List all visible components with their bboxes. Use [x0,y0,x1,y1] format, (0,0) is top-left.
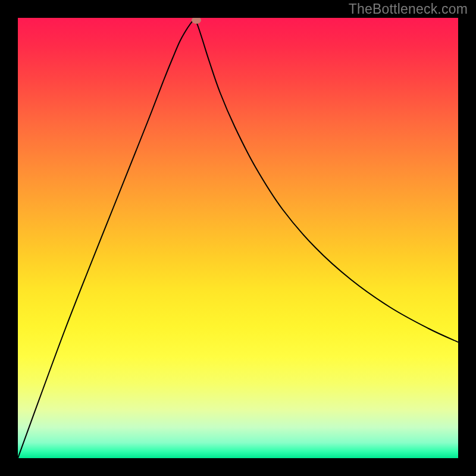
chart-frame: TheBottleneck.com [0,0,476,476]
watermark-label: TheBottleneck.com [349,1,468,17]
plot-area [18,18,458,458]
bottleneck-curve [18,19,458,458]
curve-svg [18,18,458,458]
